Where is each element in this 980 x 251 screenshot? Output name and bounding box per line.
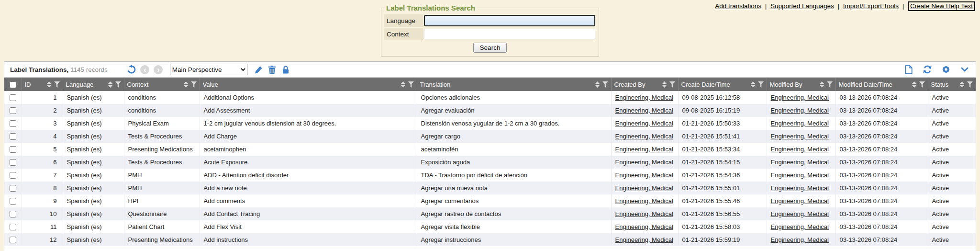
row-checkbox[interactable] xyxy=(10,237,16,243)
column-header-language[interactable]: Language xyxy=(63,78,124,91)
table-row[interactable]: 4Spanish (es)Tests & ProceduresAdd Charg… xyxy=(4,130,976,143)
table-row[interactable]: 7Spanish (es)PMHADD - Attention deficit … xyxy=(4,169,976,182)
filter-icon[interactable] xyxy=(967,81,973,88)
created_by-link[interactable]: Engineering, Medical xyxy=(615,223,673,230)
sort-icon[interactable] xyxy=(960,81,964,88)
collapse-icon[interactable] xyxy=(959,64,970,75)
table-row[interactable]: 12Spanish (es)Presenting MedicationsAdd … xyxy=(4,233,976,246)
column-header-translation[interactable]: Translation xyxy=(417,78,611,91)
row-checkbox[interactable] xyxy=(10,146,16,153)
row-checkbox[interactable] xyxy=(10,198,16,205)
row-checkbox[interactable] xyxy=(10,211,16,217)
modified_by-link[interactable]: Engineering, Medical xyxy=(771,210,829,217)
modified_by-link[interactable]: Engineering, Medical xyxy=(771,236,829,243)
refresh-icon[interactable] xyxy=(922,64,933,75)
column-header-status[interactable]: Status xyxy=(928,78,976,91)
modified_by-link[interactable]: Engineering, Medical xyxy=(771,107,829,114)
sort-icon[interactable] xyxy=(662,81,667,88)
created_by-link[interactable]: Engineering, Medical xyxy=(615,171,673,179)
modified_by-link[interactable]: Engineering, Medical xyxy=(771,159,829,166)
filter-icon[interactable] xyxy=(54,81,60,88)
row-checkbox[interactable] xyxy=(10,120,16,127)
column-header-context[interactable]: Context xyxy=(124,78,200,91)
filter-icon[interactable] xyxy=(827,81,833,88)
table-row[interactable]: 5Spanish (es)Presenting Medicationsaceta… xyxy=(4,143,976,156)
new-record-icon[interactable] xyxy=(903,64,914,75)
table-row[interactable]: 6Spanish (es)Tests & ProceduresAcute Exp… xyxy=(4,156,976,169)
table-row[interactable]: 9Spanish (es)HPIAdd commentsAgregar come… xyxy=(4,194,976,207)
row-checkbox[interactable] xyxy=(10,159,16,166)
filter-icon[interactable] xyxy=(669,81,675,88)
select-all-checkbox[interactable] xyxy=(10,81,16,88)
header-link[interactable]: Import/Export Tools xyxy=(843,2,899,10)
created_by-link[interactable]: Engineering, Medical xyxy=(615,159,673,166)
sort-icon[interactable] xyxy=(108,81,112,88)
settings-icon[interactable] xyxy=(941,64,951,75)
sort-icon[interactable] xyxy=(820,81,824,88)
filter-icon[interactable] xyxy=(919,81,925,88)
table-row[interactable]: 1Spanish (es)conditionsAdditional Option… xyxy=(4,91,976,104)
table-row[interactable]: 11Spanish (es)Patient ChartAdd Flex Visi… xyxy=(4,220,976,233)
modified_by-link[interactable]: Engineering, Medical xyxy=(771,146,829,153)
modified_by-link[interactable]: Engineering, Medical xyxy=(771,120,829,127)
table-row[interactable]: 3Spanish (es)Physical Exam1-2 cm jugular… xyxy=(4,117,976,130)
cell-create_dt: 01-21-2026 15:54:36 xyxy=(678,169,767,182)
row-checkbox[interactable] xyxy=(10,94,16,101)
column-header-created_by[interactable]: Created By xyxy=(611,78,678,91)
modified_by-link[interactable]: Engineering, Medical xyxy=(771,197,829,205)
header-link[interactable]: Add translations xyxy=(715,2,761,10)
delete-icon[interactable] xyxy=(267,64,278,75)
row-checkbox[interactable] xyxy=(10,133,16,140)
cell-create_dt: 01-21-2026 15:55:01 xyxy=(678,182,767,194)
filter-icon[interactable] xyxy=(758,81,764,88)
sort-icon[interactable] xyxy=(912,81,916,88)
next-icon[interactable]: › xyxy=(153,64,164,75)
lock-icon[interactable] xyxy=(280,64,291,75)
row-checkbox[interactable] xyxy=(10,172,16,179)
modified_by-link[interactable]: Engineering, Medical xyxy=(771,133,829,140)
search-button[interactable]: Search xyxy=(473,43,507,53)
sort-icon[interactable] xyxy=(595,81,600,88)
column-header-modified_dt[interactable]: Modified Date/Time xyxy=(835,78,928,91)
row-checkbox[interactable] xyxy=(10,107,16,114)
filter-icon[interactable] xyxy=(191,81,197,88)
column-header-id[interactable]: ID xyxy=(22,78,63,91)
created_by-link[interactable]: Engineering, Medical xyxy=(615,146,673,153)
modified_by-link[interactable]: Engineering, Medical xyxy=(771,171,829,179)
modified_by-link[interactable]: Engineering, Medical xyxy=(771,223,829,230)
filter-icon[interactable] xyxy=(602,81,608,88)
table-row[interactable]: 8Spanish (es)PMHAdd a new noteAgregar un… xyxy=(4,182,976,194)
row-checkbox[interactable] xyxy=(10,224,16,230)
sort-icon[interactable] xyxy=(751,81,755,88)
column-header-value[interactable]: Value xyxy=(200,78,417,91)
header-link[interactable]: Supported Languages xyxy=(770,2,834,10)
filter-icon[interactable] xyxy=(408,81,414,88)
column-header-modified_by[interactable]: Modified By xyxy=(767,78,835,91)
header-link[interactable]: Create New Help Text xyxy=(908,1,975,11)
modified_by-link[interactable]: Engineering, Medical xyxy=(771,184,829,192)
sort-icon[interactable] xyxy=(184,81,188,88)
row-checkbox[interactable] xyxy=(10,185,16,192)
created_by-link[interactable]: Engineering, Medical xyxy=(615,120,673,127)
previous-icon[interactable]: ‹ xyxy=(140,64,150,75)
table-row[interactable]: 2Spanish (es)conditionsAdd AssessmentAgr… xyxy=(4,104,976,117)
created_by-link[interactable]: Engineering, Medical xyxy=(615,94,673,101)
column-header-create_dt[interactable]: Create Date/Time xyxy=(678,78,767,91)
context-input[interactable] xyxy=(424,29,595,39)
sort-icon[interactable] xyxy=(401,81,405,88)
cell-create_dt: 01-21-2026 15:58:03 xyxy=(678,220,767,233)
created_by-link[interactable]: Engineering, Medical xyxy=(615,184,673,192)
created_by-link[interactable]: Engineering, Medical xyxy=(615,107,673,114)
modified_by-link[interactable]: Engineering, Medical xyxy=(771,94,829,101)
sort-icon[interactable] xyxy=(47,81,51,88)
created_by-link[interactable]: Engineering, Medical xyxy=(615,197,673,205)
edit-icon[interactable] xyxy=(254,64,264,75)
filter-icon[interactable] xyxy=(115,81,121,88)
created_by-link[interactable]: Engineering, Medical xyxy=(615,210,673,217)
perspective-select[interactable]: Main Perspective xyxy=(170,64,247,75)
created_by-link[interactable]: Engineering, Medical xyxy=(615,236,673,243)
undo-icon[interactable] xyxy=(126,64,137,75)
table-row[interactable]: 10Spanish (es)QuestionnaireAdd Contact T… xyxy=(4,207,976,220)
language-input[interactable] xyxy=(424,15,595,26)
created_by-link[interactable]: Engineering, Medical xyxy=(615,133,673,140)
